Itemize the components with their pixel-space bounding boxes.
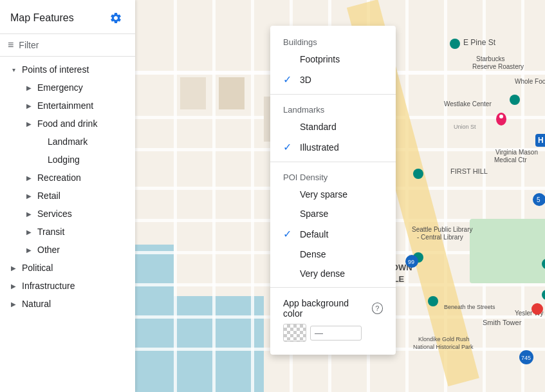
sidebar-item-entertainment[interactable]: ▶ Entertainment — [0, 97, 135, 115]
svg-text:99: 99 — [408, 259, 414, 265]
arrow-icon: ▶ — [23, 100, 35, 111]
filter-bar[interactable]: ≡ Filter — [0, 34, 135, 57]
sidebar-item-food-and-drink[interactable]: ▶ Food and drink — [0, 115, 135, 133]
svg-text:745: 745 — [521, 355, 531, 361]
svg-rect-23 — [470, 219, 545, 283]
svg-point-52 — [413, 169, 423, 179]
svg-rect-12 — [174, 0, 177, 392]
sidebar-item-landmark[interactable]: Landmark — [0, 133, 135, 151]
svg-text:Beneath the Streets: Beneath the Streets — [444, 304, 495, 310]
svg-text:- Central Library: - Central Library — [417, 234, 463, 241]
density-very-dense[interactable]: Very dense — [270, 264, 396, 283]
sidebar-item-retail[interactable]: ▶ Retail — [0, 187, 135, 205]
sidebar-item-recreation[interactable]: ▶ Recreation — [0, 169, 135, 187]
arrow-icon: ▶ — [8, 262, 19, 274]
sidebar-header: Map Features — [0, 0, 135, 34]
sidebar-item-label: Entertainment — [37, 100, 93, 111]
svg-text:Smith Tower: Smith Tower — [483, 319, 522, 326]
density-sparse[interactable]: Sparse — [270, 204, 396, 223]
arrow-icon: ▶ — [23, 244, 35, 256]
arrow-icon: ▶ — [23, 226, 35, 238]
sidebar-item-label: Emergency — [37, 82, 83, 93]
color-input[interactable] — [310, 326, 362, 341]
footprints-label: Footprints — [300, 54, 340, 64]
divider — [270, 94, 396, 95]
density-very-sparse[interactable]: Very sparse — [270, 185, 396, 204]
sidebar-item-emergency[interactable]: ▶ Emergency — [0, 79, 135, 97]
svg-text:Starbucks: Starbucks — [476, 55, 504, 62]
arrow-icon: ▶ — [23, 172, 35, 183]
map-area[interactable]: DOWNTOWN SEATTLE FIRST HILL Seattle Art … — [135, 0, 545, 392]
sidebar-item-services[interactable]: ▶ Services — [0, 205, 135, 223]
arrow-icon: ▾ — [8, 64, 19, 75]
svg-point-50 — [450, 39, 460, 49]
arrow-icon: ▶ — [23, 190, 35, 201]
svg-text:Union St: Union St — [454, 124, 476, 130]
density-label: Very sparse — [300, 189, 347, 200]
sidebar-item-label: Landmark — [48, 136, 88, 147]
poi-density-section-label: POI Density — [270, 166, 396, 185]
buildings-section-label: Buildings — [270, 31, 396, 50]
svg-rect-21 — [521, 0, 524, 392]
gear-button[interactable] — [107, 9, 125, 27]
3d-option[interactable]: ✓ 3D — [270, 69, 396, 90]
check-icon: ✓ — [283, 141, 295, 153]
illustrated-option[interactable]: ✓ Illustrated — [270, 136, 396, 158]
arrow-icon: ▶ — [23, 118, 35, 129]
svg-point-51 — [510, 95, 520, 105]
arrow-icon: ▶ — [23, 208, 35, 219]
sidebar-item-political[interactable]: ▶ Political — [0, 259, 135, 277]
bg-color-section: App background color ? — [270, 292, 396, 350]
sidebar-item-natural[interactable]: ▶ Natural — [0, 295, 135, 313]
svg-text:Reserve Roastery: Reserve Roastery — [472, 63, 524, 70]
sidebar-item-label: Services — [37, 209, 72, 219]
arrow-icon: ▶ — [8, 280, 19, 292]
svg-text:5: 5 — [537, 196, 540, 203]
landmarks-section-label: Landmarks — [270, 98, 396, 117]
3d-label: 3D — [300, 75, 311, 85]
svg-rect-14 — [251, 0, 254, 392]
sidebar-item-label: Points of interest — [22, 64, 89, 75]
filter-lines-icon: ≡ — [8, 39, 14, 51]
filter-label: Filter — [19, 40, 39, 50]
bg-color-picker — [283, 324, 383, 342]
divider — [270, 162, 396, 162]
sidebar-item-label: Other — [37, 245, 60, 255]
illustrated-label: Illustrated — [300, 142, 339, 153]
sidebar-item-other[interactable]: ▶ Other — [0, 241, 135, 259]
svg-text:Westlake Center: Westlake Center — [444, 100, 492, 107]
svg-text:National Historical Park: National Historical Park — [413, 344, 474, 350]
sidebar: Map Features ≡ Filter ▾ Points of intere… — [0, 0, 135, 392]
svg-point-57 — [531, 303, 543, 315]
standard-option[interactable]: Standard — [270, 117, 396, 136]
sidebar-item-label: Retail — [37, 191, 60, 201]
density-label: Very dense — [300, 268, 345, 279]
spacer — [33, 136, 45, 147]
sidebar-item-label: Recreation — [37, 173, 81, 183]
density-label: Default — [300, 229, 328, 239]
svg-point-69 — [499, 115, 503, 118]
bg-color-label: App background color — [283, 298, 368, 319]
check-icon: ✓ — [283, 73, 295, 86]
svg-text:Whole Foods: Whole Foods — [515, 78, 545, 85]
density-label: Sparse — [300, 209, 328, 219]
sidebar-title: Map Features — [10, 12, 74, 24]
density-default[interactable]: ✓ Default — [270, 223, 396, 245]
sidebar-item-infrastructure[interactable]: ▶ Infrastructure — [0, 277, 135, 295]
svg-text:FIRST HILL: FIRST HILL — [450, 167, 488, 175]
svg-text:Virginia Mason: Virginia Mason — [495, 149, 538, 156]
footprints-option[interactable]: Footprints — [270, 50, 396, 69]
sidebar-item-label: Political — [22, 263, 53, 273]
svg-point-56 — [428, 296, 438, 306]
sidebar-item-transit[interactable]: ▶ Transit — [0, 223, 135, 241]
density-dense[interactable]: Dense — [270, 245, 396, 264]
svg-rect-25 — [219, 77, 245, 109]
sidebar-item-label: Food and drink — [37, 118, 97, 129]
svg-text:Klondike Gold Rush: Klondike Gold Rush — [418, 336, 470, 342]
svg-text:E Pine St: E Pine St — [463, 38, 496, 47]
density-label: Dense — [300, 249, 326, 259]
sidebar-item-points-of-interest[interactable]: ▾ Points of interest — [0, 61, 135, 79]
color-swatch[interactable] — [283, 324, 306, 342]
sidebar-item-lodging[interactable]: Lodging — [0, 151, 135, 169]
help-icon[interactable]: ? — [372, 303, 383, 314]
